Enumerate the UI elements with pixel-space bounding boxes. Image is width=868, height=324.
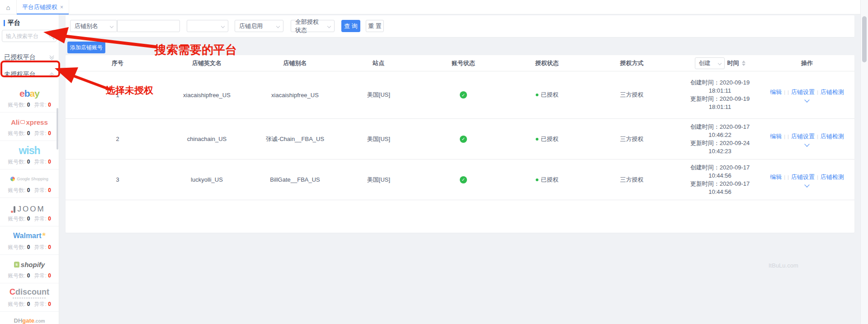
cell-en-name: xiacaishipfree_US <box>160 92 253 99</box>
store-enable-select[interactable]: 店铺启用 <box>235 20 283 32</box>
status-dot-icon <box>536 178 538 181</box>
joom-mark-icon <box>14 206 15 213</box>
store-check-link[interactable]: 店铺检测 <box>821 132 844 141</box>
home-button[interactable]: ⌂ <box>0 0 17 14</box>
platform-item-aliexpress[interactable]: Alixpress 账号数: 0 异常: 0 <box>0 113 59 141</box>
double-chevron-down-icon <box>50 56 53 59</box>
edit-link[interactable]: 编辑 <box>770 88 782 96</box>
platform-store-auth-page: ⌂ 平台店铺授权 × 平台 已授权平台 未授权平台 ebay <box>0 0 868 324</box>
main-content: 店铺别名 店铺启用 全部授权状态 查 询 重 置 添加店铺账号 <box>59 14 860 324</box>
platform-sidebar: 平台 已授权平台 未授权平台 ebay 账号数: 0 异常: 0 <box>0 14 59 324</box>
platform-item-cdiscount[interactable]: Cdiscount 账号数: 0 异常: 0 <box>0 283 59 312</box>
add-store-account-button[interactable]: 添加店铺账号 <box>67 42 105 53</box>
cell-en-name: luckyolli_US <box>160 176 253 183</box>
edit-link[interactable]: 编辑 <box>770 173 782 181</box>
cell-site: 美国[US] <box>337 135 420 143</box>
search-icon <box>49 33 53 38</box>
dhgate-logo-icon: DHgate.com <box>14 315 45 324</box>
keyword-input-box <box>117 20 180 32</box>
cell-index: 2 <box>75 136 160 142</box>
col-account-status: 账号状态 <box>420 59 506 67</box>
platform-search-box[interactable] <box>2 30 57 42</box>
cell-auth-method: 三方授权 <box>588 176 676 184</box>
cdiscount-tagline <box>13 297 46 299</box>
table-row: 3 luckyolli_US BillGate__FBA_US 美国[US] ✓… <box>66 160 854 200</box>
platform-stats: 账号数: 0 异常: 0 <box>8 272 51 280</box>
sidebar-section-title: 平台 <box>0 16 59 30</box>
platform-stats: 账号数: 0 异常: 0 <box>8 158 51 166</box>
check-circle-icon: ✓ <box>460 136 467 143</box>
walmart-spark-icon: * <box>42 234 46 238</box>
close-icon[interactable]: × <box>60 4 63 10</box>
col-auth-method: 授权方式 <box>588 59 676 67</box>
tab-platform-store-auth[interactable]: 平台店铺授权 × <box>17 0 69 14</box>
store-table: 序号 店铺英文名 店铺别名 站点 账号状态 授权状态 授权方式 创建 时间 操作 <box>66 55 854 233</box>
search-button[interactable]: 查 询 <box>341 20 360 32</box>
watermark: ItBuLu.com <box>769 262 798 269</box>
shopify-bag-icon: s <box>14 262 19 268</box>
col-en-name: 店铺英文名 <box>160 59 253 67</box>
col-auth-status: 授权状态 <box>506 59 588 67</box>
sidebar-scrollbar[interactable] <box>57 108 58 150</box>
group-unauthorized-platforms[interactable]: 未授权平台 <box>0 68 59 81</box>
chevron-down-icon <box>276 24 280 28</box>
site-select[interactable] <box>187 20 228 32</box>
accent-bar <box>4 20 5 26</box>
joom-logo-icon: JOOM <box>14 201 45 214</box>
field-select[interactable]: 店铺别名 <box>70 20 117 32</box>
google-shopping-logo-icon: Google Shopping <box>10 173 48 185</box>
filter-bar: 店铺别名 店铺启用 全部授权状态 查 询 重 置 <box>66 15 854 37</box>
auth-status-select[interactable]: 全部授权状态 <box>291 20 335 32</box>
more-actions-chevron-icon[interactable] <box>804 182 809 187</box>
platform-item-ebay[interactable]: ebay 账号数: 0 异常: 0 <box>0 84 59 113</box>
more-actions-chevron-icon[interactable] <box>804 97 809 102</box>
status-dot-icon <box>536 94 538 96</box>
cell-ops: 编辑 || 店铺设置 | 店铺检测 <box>764 132 850 146</box>
platform-item-joom[interactable]: JOOM 账号数: 0 异常: 0 <box>0 198 59 226</box>
platform-item-walmart[interactable]: Walmart * 账号数: 0 异常: 0 <box>0 226 59 255</box>
col-index: 序号 <box>75 59 160 67</box>
platform-item-wish[interactable]: wish 账号数: 0 异常: 0 <box>0 141 59 169</box>
cell-index: 3 <box>75 176 160 183</box>
sort-icon[interactable] <box>742 61 745 66</box>
keyword-input[interactable] <box>118 20 179 32</box>
auth-status-text: 已授权 <box>541 135 559 143</box>
platform-stats: 账号数: 0 异常: 0 <box>8 301 51 308</box>
scrollbar-thumb[interactable] <box>862 16 867 62</box>
platform-item-shopify[interactable]: s shopify 账号数: 0 异常: 0 <box>0 255 59 283</box>
annotation-select-hint: 选择未授权 <box>106 84 153 97</box>
cell-en-name: chinachain_US <box>160 136 253 142</box>
page-scrollbar[interactable] <box>860 0 868 324</box>
store-settings-link[interactable]: 店铺设置 <box>791 132 815 141</box>
edit-link[interactable]: 编辑 <box>770 132 782 141</box>
platform-stats: 账号数: 0 异常: 0 <box>8 215 51 223</box>
platform-item-google-shopping[interactable]: Google Shopping 账号数: 0 异常: 0 <box>0 169 59 198</box>
platform-item-dhgate[interactable]: DHgate.com 账号数: 0 异常: 0 <box>0 312 59 324</box>
shopify-logo-icon: s shopify <box>14 258 45 271</box>
annotation-search-hint: 搜索需要的平台 <box>155 42 237 58</box>
cell-ops: 编辑 || 店铺设置 | 店铺检测 <box>764 88 850 102</box>
reset-button[interactable]: 重 置 <box>366 20 384 32</box>
cell-auth-method: 三方授权 <box>588 135 676 143</box>
cell-ops: 编辑 || 店铺设置 | 店铺检测 <box>764 173 850 187</box>
store-settings-link[interactable]: 店铺设置 <box>791 173 815 181</box>
time-type-select[interactable]: 创建 <box>695 57 725 69</box>
store-check-link[interactable]: 店铺检测 <box>821 88 844 96</box>
chevron-down-icon <box>110 24 113 28</box>
cdiscount-logo-icon: Cdiscount <box>9 286 49 299</box>
chevron-down-icon <box>717 61 721 65</box>
cell-alias: BillGate__FBA_US <box>253 176 337 183</box>
platform-stats: 账号数: 0 异常: 0 <box>8 187 51 194</box>
group-authorized-platforms[interactable]: 已授权平台 <box>0 51 59 64</box>
more-actions-chevron-icon[interactable] <box>804 141 809 146</box>
platform-stats: 账号数: 0 异常: 0 <box>8 101 51 109</box>
home-icon: ⌂ <box>6 4 10 11</box>
store-check-link[interactable]: 店铺检测 <box>821 173 844 181</box>
col-alias: 店铺别名 <box>253 59 337 67</box>
status-dot-icon <box>536 138 538 141</box>
store-settings-link[interactable]: 店铺设置 <box>791 88 815 96</box>
cell-alias: xiacaishipfree_US <box>253 92 337 99</box>
col-site: 站点 <box>337 59 420 67</box>
platform-search-input[interactable] <box>6 33 45 39</box>
auth-status-text: 已授权 <box>541 176 559 184</box>
